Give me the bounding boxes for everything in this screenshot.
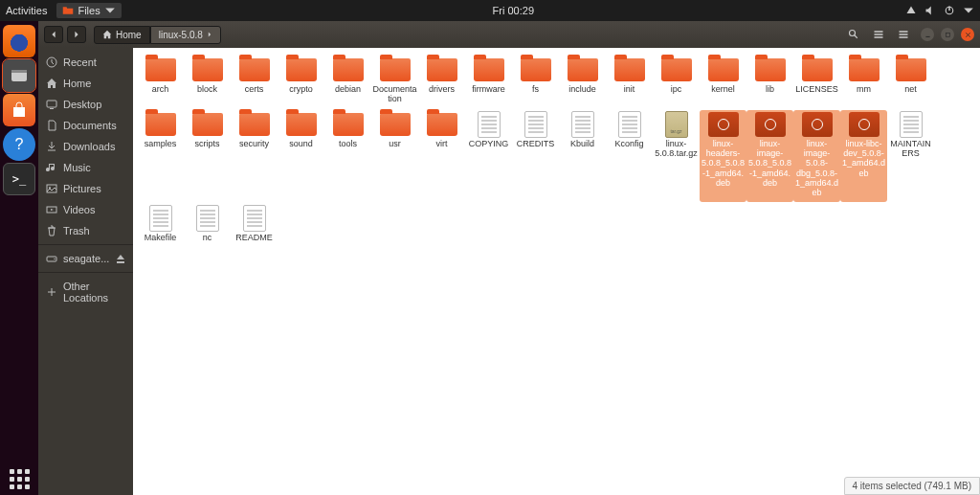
- launcher-software[interactable]: [3, 94, 35, 126]
- launcher-help[interactable]: ?: [3, 128, 35, 161]
- app-menu[interactable]: Files: [56, 3, 121, 18]
- file-item[interactable]: Kbuild: [559, 110, 606, 202]
- file-item[interactable]: virt: [418, 110, 465, 202]
- file-label: Makefile: [145, 233, 177, 242]
- activities-button[interactable]: Activities: [6, 5, 47, 16]
- document-icon: [571, 111, 594, 138]
- sidebar-item-downloads[interactable]: Downloads: [38, 136, 133, 157]
- file-label: drivers: [429, 84, 455, 94]
- sidebar-item-home[interactable]: Home: [38, 73, 133, 94]
- folder-icon: [333, 58, 364, 81]
- file-item[interactable]: crypto: [278, 56, 324, 108]
- view-options-button[interactable]: [868, 26, 889, 43]
- file-item[interactable]: usr: [371, 110, 418, 202]
- file-item[interactable]: sound: [278, 110, 324, 202]
- search-button[interactable]: [843, 26, 864, 43]
- file-item[interactable]: ipc: [653, 56, 700, 108]
- folder-icon: [708, 58, 739, 81]
- volume-icon[interactable]: [924, 5, 936, 16]
- file-item[interactable]: linux-image-5.0.8_5.0.8-1_amd64.deb: [746, 110, 793, 202]
- file-label: include: [568, 84, 596, 94]
- svg-rect-6: [875, 34, 883, 35]
- menu-icon: [898, 29, 909, 40]
- sidebar-item-pictures[interactable]: Pictures: [38, 178, 133, 199]
- file-item[interactable]: Kconfig: [606, 110, 653, 202]
- home-icon: [46, 78, 57, 89]
- folder-icon: [239, 58, 270, 81]
- maximize-button[interactable]: [941, 28, 954, 41]
- breadcrumb: Home linux-5.0.8: [94, 26, 221, 44]
- power-icon[interactable]: [944, 5, 955, 16]
- close-button[interactable]: [961, 28, 974, 41]
- sidebar-device[interactable]: seagate...: [38, 248, 133, 269]
- file-label: COPYING: [469, 139, 509, 148]
- file-item[interactable]: CREDITS: [512, 110, 559, 202]
- file-item[interactable]: security: [231, 110, 278, 202]
- drive-icon: [46, 253, 57, 264]
- apps-grid-icon: [10, 469, 30, 489]
- file-item[interactable]: firmware: [465, 56, 512, 108]
- folder-icon: [802, 58, 833, 81]
- file-label: lib: [766, 84, 774, 94]
- file-item[interactable]: lib: [746, 56, 793, 108]
- file-item[interactable]: COPYING: [465, 110, 512, 202]
- file-item[interactable]: drivers: [418, 56, 465, 108]
- file-label: MAINTAINERS: [888, 139, 933, 159]
- file-item[interactable]: README: [231, 204, 278, 246]
- file-item[interactable]: Makefile: [137, 204, 184, 246]
- file-item[interactable]: net: [887, 56, 934, 108]
- breadcrumb-home[interactable]: Home: [94, 26, 150, 44]
- chevron-left-icon: [50, 31, 57, 38]
- file-item[interactable]: debian: [324, 56, 371, 108]
- file-item[interactable]: include: [559, 56, 606, 108]
- file-item[interactable]: samples: [137, 110, 184, 202]
- folder-icon: [145, 113, 176, 136]
- launcher-terminal[interactable]: >_: [3, 163, 35, 195]
- eject-icon[interactable]: [115, 253, 126, 264]
- file-item[interactable]: certs: [231, 56, 278, 108]
- sidebar-item-videos[interactable]: Videos: [38, 199, 133, 220]
- sidebar-item-desktop[interactable]: Desktop: [38, 94, 133, 115]
- file-item[interactable]: linux-libc-dev_5.0.8-1_amd64.deb: [840, 110, 887, 202]
- sidebar-item-trash[interactable]: Trash: [38, 220, 133, 241]
- sidebar-item-documents[interactable]: Documents: [38, 115, 133, 136]
- network-icon[interactable]: [905, 5, 917, 16]
- chevron-down-icon[interactable]: [963, 5, 974, 16]
- file-item[interactable]: nc: [184, 204, 231, 246]
- file-item[interactable]: LICENSES: [793, 56, 840, 108]
- file-item[interactable]: tar.gzlinux-5.0.8.tar.gz: [653, 110, 700, 202]
- document-icon: [900, 111, 923, 138]
- file-item[interactable]: Documentation: [371, 56, 418, 108]
- sidebar-item-recent[interactable]: Recent: [38, 52, 133, 73]
- launcher-show-apps[interactable]: [3, 462, 35, 495]
- file-item[interactable]: mm: [840, 56, 887, 108]
- breadcrumb-current[interactable]: linux-5.0.8: [150, 26, 221, 44]
- folder-icon: [427, 58, 457, 81]
- chevron-down-icon: [104, 5, 116, 16]
- file-item[interactable]: scripts: [184, 110, 231, 202]
- file-item[interactable]: arch: [137, 56, 184, 108]
- sidebar-other-locations[interactable]: Other Locations: [38, 276, 133, 308]
- file-item[interactable]: tools: [324, 110, 371, 202]
- clock[interactable]: Fri 00:29: [122, 5, 905, 16]
- file-item[interactable]: linux-headers-5.0.8_5.0.8-1_amd64.deb: [700, 110, 746, 202]
- folder-icon: [755, 58, 786, 81]
- back-button[interactable]: [44, 26, 63, 43]
- trash-icon: [46, 225, 57, 236]
- file-item[interactable]: linux-image-5.0.8-dbg_5.0.8-1_amd64.deb: [793, 110, 840, 202]
- minimize-button[interactable]: [921, 28, 934, 41]
- file-item[interactable]: block: [184, 56, 231, 108]
- file-item[interactable]: init: [606, 56, 653, 108]
- file-item[interactable]: MAINTAINERS: [887, 110, 934, 202]
- file-item[interactable]: kernel: [700, 56, 746, 108]
- hamburger-menu[interactable]: [893, 26, 914, 43]
- file-manager-window: Home linux-5.0.8 RecentHomeDesktopDocume…: [38, 21, 980, 495]
- file-view[interactable]: archblockcertscryptodebianDocumentationd…: [133, 48, 980, 495]
- sidebar-item-music[interactable]: Music: [38, 157, 133, 178]
- file-label: Documentation: [372, 84, 417, 104]
- forward-button[interactable]: [67, 26, 86, 43]
- launcher-firefox[interactable]: [3, 25, 35, 57]
- file-label: CREDITS: [517, 139, 555, 148]
- file-item[interactable]: fs: [512, 56, 559, 108]
- launcher-files[interactable]: [3, 59, 35, 92]
